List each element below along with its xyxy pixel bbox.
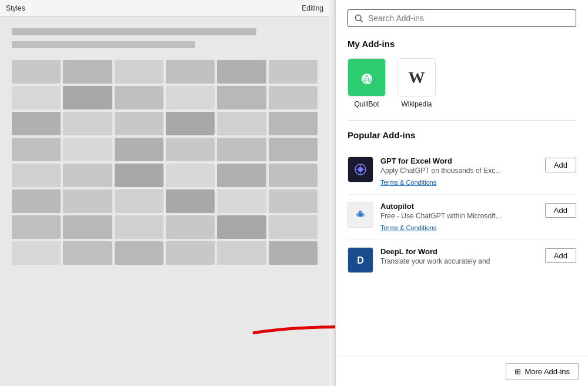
deepl-info: DeepL for Word Translate your work accur…: [380, 247, 538, 267]
mosaic-cell: [166, 60, 215, 84]
svg-line-2: [360, 20, 363, 22]
addin-tile-quillbot[interactable]: Q 21 QuillBot: [348, 58, 386, 108]
my-addins-grid: Q 21 QuillBot W Wikipedia: [348, 58, 576, 108]
mosaic-cell: [12, 86, 61, 109]
mosaic-cell: [269, 241, 318, 265]
blur-line-2: [12, 41, 195, 48]
mosaic-cell: [115, 189, 163, 213]
mosaic-cell: [12, 164, 61, 187]
editing-label: Editing: [302, 4, 323, 12]
mosaic-cell: [115, 138, 163, 161]
mosaic-grid: [12, 60, 318, 265]
plus-square-icon: ⊞: [514, 367, 521, 376]
mosaic-cell: [115, 241, 163, 265]
mosaic-cell: [166, 138, 215, 161]
mosaic-cell: [12, 60, 61, 84]
mosaic-cell: [63, 112, 112, 135]
mosaic-cell: [166, 112, 215, 135]
mosaic-cell: [269, 60, 318, 84]
mosaic-cell: [63, 215, 112, 239]
quillbot-name: QuillBot: [354, 100, 379, 108]
mosaic-cell: [217, 215, 266, 239]
deepl-name: DeepL for Word: [380, 247, 538, 256]
more-addins-label: More Add-ins: [524, 367, 570, 376]
mosaic-cell: [115, 60, 163, 84]
gpt-name: GPT for Excel Word: [380, 157, 538, 165]
wikipedia-icon-box: W: [397, 58, 436, 96]
mosaic-cell: [217, 138, 266, 161]
blur-line-1: [12, 28, 256, 35]
mosaic-cell: [63, 164, 112, 187]
quillbot-icon-box: Q 21: [348, 58, 386, 96]
mosaic-cell: [217, 86, 266, 109]
my-addins-title: My Add-ins: [348, 39, 576, 49]
svg-text:21: 21: [364, 76, 369, 82]
mosaic-cell: [12, 189, 61, 213]
mosaic-cell: [63, 60, 112, 84]
quillbot-icon: Q 21: [348, 59, 385, 96]
addin-tile-wikipedia[interactable]: W Wikipedia: [397, 58, 436, 108]
doc-content: [0, 16, 329, 277]
wikipedia-icon: W: [398, 59, 435, 96]
mosaic-cell: [12, 138, 61, 161]
document-background: Styles Editing: [0, 0, 329, 386]
mosaic-cell: [269, 164, 318, 187]
more-addins-button[interactable]: ⊞ More Add-ins: [506, 363, 579, 380]
gpt-info: GPT for Excel Word Apply ChatGPT on thou…: [380, 157, 538, 187]
autopilot-desc: Free - Use ChatGPT within Microsoft...: [380, 212, 538, 220]
mosaic-cell: [269, 189, 318, 213]
mosaic-cell: [115, 215, 163, 239]
quillbot-svg: Q 21: [356, 67, 377, 88]
gpt-terms[interactable]: Terms & Conditions: [380, 179, 436, 186]
mosaic-cell: [63, 189, 112, 213]
mosaic-cell: [12, 215, 61, 239]
deepl-add-button[interactable]: Add: [545, 248, 576, 263]
mosaic-cell: [217, 112, 266, 135]
popular-item-autopilot: Autopilot Free - Use ChatGPT within Micr…: [348, 195, 576, 240]
mosaic-cell: [166, 164, 215, 187]
mosaic-cell: [115, 112, 163, 135]
gpt-svg: [352, 161, 369, 178]
mosaic-cell: [217, 189, 266, 213]
autopilot-terms[interactable]: Terms & Conditions: [380, 224, 436, 231]
gpt-desc: Apply ChatGPT on thousands of Exc...: [380, 167, 538, 175]
mosaic-cell: [217, 164, 266, 187]
wikipedia-name: Wikipedia: [401, 100, 432, 108]
mosaic-cell: [63, 241, 112, 265]
autopilot-icon: [348, 202, 373, 228]
mosaic-cell: [217, 241, 266, 265]
svg-text:D: D: [357, 255, 364, 265]
mosaic-cell: [63, 86, 112, 109]
toolbar-strip: Styles Editing: [0, 0, 329, 16]
mosaic-cell: [217, 60, 266, 84]
mosaic-cell: [12, 241, 61, 265]
mosaic-cell: [166, 241, 215, 265]
search-bar[interactable]: [348, 9, 576, 27]
search-input[interactable]: [368, 14, 570, 23]
mosaic-cell: [63, 138, 112, 161]
autopilot-name: Autopilot: [380, 202, 538, 211]
gpt-add-button[interactable]: Add: [545, 158, 576, 172]
svg-point-14: [359, 213, 362, 217]
search-icon: [354, 14, 363, 23]
mosaic-cell: [269, 112, 318, 135]
panel-scroll-area[interactable]: My Add-ins Q 21 QuillBot: [336, 0, 588, 357]
mosaic-cell: [115, 86, 163, 109]
autopilot-info: Autopilot Free - Use ChatGPT within Micr…: [380, 202, 538, 232]
mosaic-cell: [166, 86, 215, 109]
gpt-icon: [348, 157, 373, 182]
popular-addins-list: GPT for Excel Word Apply ChatGPT on thou…: [348, 149, 576, 280]
deepl-icon: D: [348, 247, 373, 273]
mosaic-cell: [115, 164, 163, 187]
addins-panel: My Add-ins Q 21 QuillBot: [335, 0, 588, 386]
panel-footer: ⊞ More Add-ins: [336, 357, 588, 386]
mosaic-cell: [269, 86, 318, 109]
styles-label: Styles: [6, 4, 25, 12]
popular-addins-title: Popular Add-ins: [348, 130, 576, 140]
autopilot-svg: [352, 206, 369, 224]
deepl-svg: D: [352, 251, 369, 269]
autopilot-add-button[interactable]: Add: [545, 203, 576, 218]
mosaic-cell: [12, 112, 61, 135]
mosaic-cell: [166, 189, 215, 213]
mosaic-cell: [269, 138, 318, 161]
